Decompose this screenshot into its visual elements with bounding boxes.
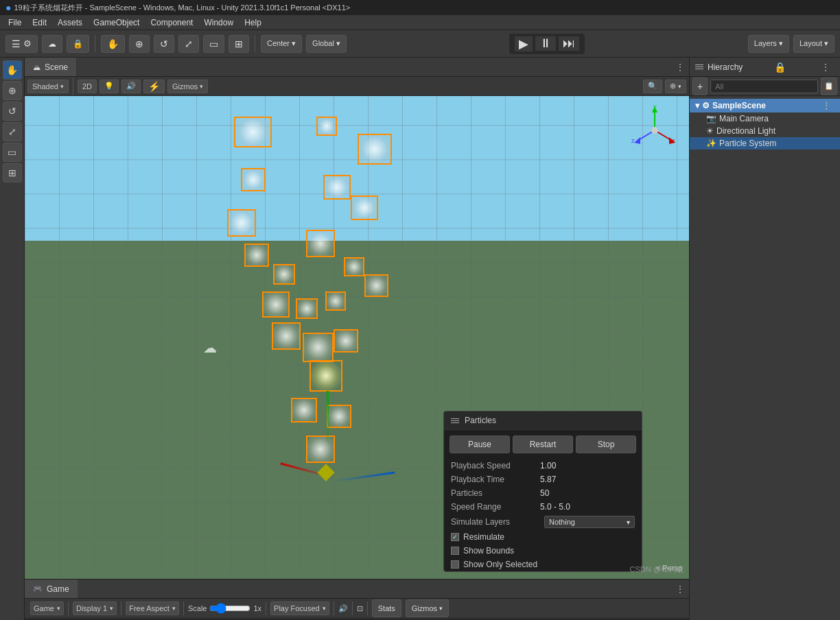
resimulate-row[interactable]: ✓ Resimulate [444,530,642,544]
combined-tool[interactable]: ⊞ [229,35,249,53]
transform-tool-left[interactable]: ⊞ [3,163,22,182]
main-layout: ✋ ⊕ ↺ ⤢ ▭ ⊞ ⛰ Scene ⋮ Shaded▾ 2D [0,58,840,620]
game-sep-3 [183,601,184,615]
menu-edit[interactable]: Edit [27,15,52,29]
menu-component[interactable]: Component [145,15,198,29]
hierarchy-scene[interactable]: ▾ ⚙ SampleScene ⋮ [690,99,840,112]
menu-gameobject[interactable]: GameObject [88,15,145,29]
scene-menu-btn[interactable]: ⋮ [671,62,689,73]
pivot-btn[interactable]: Center ▾ [261,35,302,53]
game-sep-2 [121,601,121,615]
svg-marker-5 [634,137,640,144]
resimulate-checkbox[interactable]: ✓ [451,533,459,541]
display-dropdown[interactable]: Display 1 ▾ [73,601,117,615]
search-scene-btn[interactable]: 🔍 [643,80,662,93]
show-bounds-row[interactable]: ✓ Show Bounds [444,544,642,558]
game-dropdown[interactable]: Game ▾ [30,601,64,615]
hierarchy-search-btn[interactable]: 📋 [821,78,837,95]
hierarchy-particle-system[interactable]: ✨ Particle System [690,137,840,150]
hierarchy-main-camera[interactable]: 📷 Main Camera [690,112,840,125]
show-only-selected-checkbox[interactable]: ✓ [451,560,459,569]
2d-btn[interactable]: 2D [78,80,97,93]
menu-window[interactable]: Window [198,15,239,29]
game-dropdown-arrow: ▾ [57,605,60,612]
particle-21 [306,436,335,463]
simulate-layers-dropdown[interactable]: Nothing ▾ [544,516,635,528]
move-tool[interactable]: ⊕ [129,35,150,53]
shaded-btn[interactable]: Shaded▾ [27,80,69,93]
collab-btn[interactable]: ☁ [42,35,62,53]
scale-slider[interactable] [209,603,250,614]
hierarchy-scene-menu[interactable]: ⋮ [818,101,835,110]
hierarchy-search[interactable] [710,80,818,93]
particles-count-row: Particles 50 [444,486,642,500]
layout-btn[interactable]: Layout ▾ [793,35,835,53]
particle-5 [323,175,351,200]
playback-time-value: 5.87 [540,475,635,484]
hierarchy-scene-name: SampleScene [712,101,766,110]
scale-tool-left[interactable]: ⤢ [3,122,22,141]
scale-control: Scale 1x [188,603,261,614]
particle-7 [227,209,256,237]
simulate-layers-label: Simulate Layers [451,517,540,527]
game-tab[interactable]: 🎮 Game [25,580,78,598]
particle-4 [241,168,266,191]
step-button[interactable]: ⏭ [559,36,579,51]
audio-btn[interactable]: 🔊 [121,80,141,93]
scale-tool[interactable]: ⤢ [178,35,199,53]
title-bar: ● 19粒子系统烟花炸开 - SampleScene - Windows, Ma… [0,0,840,15]
play-focused-label: Play Focused [274,604,320,612]
scene-viewport[interactable]: ☁ x y [25,96,689,579]
hierarchy-directional-light[interactable]: ☀ Directional Light [690,125,840,137]
pause-particle-btn[interactable]: Pause [450,436,510,453]
svg-text:y: y [653,103,657,110]
main-camera-label: Main Camera [719,114,769,123]
global-btn[interactable]: Global ▾ [306,35,347,53]
play-button[interactable]: ▶ [515,36,533,51]
show-bounds-label: Show Bounds [463,546,514,556]
effects-btn[interactable]: ⚡ [143,80,165,93]
rotate-tool[interactable]: ↺ [154,35,174,53]
menu-help[interactable]: Help [239,15,267,29]
rect-tool-left[interactable]: ▭ [3,143,22,162]
particle-17 [303,333,334,362]
gizmos-scene-btn[interactable]: Gizmos▾ [167,80,208,93]
watermark: CSDN @锋利成 [630,564,684,575]
aspect-icon[interactable]: ⊡ [357,604,363,613]
game-menu-btn[interactable]: ⋮ [671,584,689,595]
aspect-dropdown[interactable]: Free Aspect ▾ [126,601,179,615]
hierarchy-scene-arrow: ▾ [695,101,699,110]
rotate-tool-left[interactable]: ↺ [3,102,22,121]
nav-btn[interactable]: ⊕▾ [665,80,686,93]
account-btn[interactable]: ☰ ⚙ [5,35,38,53]
play-focused-dropdown[interactable]: Play Focused ▾ [270,601,329,615]
menu-file[interactable]: File [3,15,27,29]
menu-bar: File Edit Assets GameObject Component Wi… [0,15,840,30]
rect-tool[interactable]: ▭ [203,35,224,53]
hierarchy-menu-btn[interactable]: ⋮ [817,62,835,73]
hand-tool[interactable]: ✋ [101,35,125,53]
audio-icon[interactable]: 🔊 [338,604,348,613]
hierarchy-lines-icon [695,64,703,69]
add-hierarchy-btn[interactable]: + [692,78,708,95]
particle-9 [244,243,269,267]
particles-count-label: Particles [451,488,540,498]
stats-btn[interactable]: Stats [372,599,401,617]
restart-particle-btn[interactable]: Restart [513,436,573,453]
hierarchy-lock-btn[interactable]: 🔒 [770,62,790,73]
move-tool-left[interactable]: ⊕ [3,81,22,100]
light-btn[interactable]: 💡 [100,80,119,93]
hand-tool-left[interactable]: ✋ [3,60,22,80]
gizmos-game-btn[interactable]: Gizmos ▾ [406,599,449,617]
layers-btn[interactable]: Layers ▾ [748,35,789,53]
show-bounds-checkbox[interactable]: ✓ [451,547,459,555]
scene-tab[interactable]: ⛰ Scene [25,58,77,76]
show-only-selected-row[interactable]: ✓ Show Only Selected [444,558,642,571]
playback-speed-row: Playback Speed 1.00 [444,459,642,473]
pause-button[interactable]: ⏸ [535,36,556,51]
unity-services-btn[interactable]: 🔒 [67,35,89,53]
particle-20 [327,405,351,428]
menu-assets[interactable]: Assets [52,15,88,29]
stop-particle-btn[interactable]: Stop [576,436,636,453]
scale-value: 1x [253,604,261,612]
